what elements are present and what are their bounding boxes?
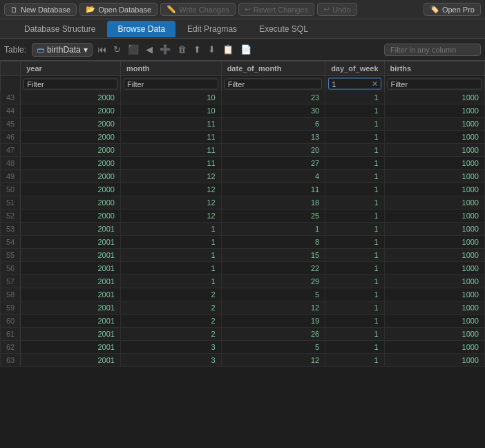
revert-changes-button[interactable]: ↩ Revert Changes (238, 3, 315, 16)
chevron-down-icon: ▾ (84, 45, 88, 55)
cell-date-of-month: 22 (221, 262, 325, 275)
col-day-of-week[interactable]: day_of_week (325, 62, 384, 76)
cell-month: 2 (120, 288, 221, 301)
table-selector[interactable]: 🗃 birthData ▾ (32, 43, 93, 57)
tab-edit-pragmas[interactable]: Edit Pragmas (177, 21, 247, 37)
cell-rownum: 51 (1, 196, 21, 209)
nav-prev-button[interactable]: ◀ (144, 43, 155, 56)
filter-month[interactable] (120, 76, 221, 91)
cell-month: 12 (120, 196, 221, 209)
cell-births: 1000 (384, 118, 484, 131)
cell-day-of-week: 1 (325, 118, 384, 131)
col-date-of-month[interactable]: date_of_month (221, 62, 325, 76)
tab-browse-data[interactable]: Browse Data (107, 21, 175, 37)
cell-births: 1000 (384, 341, 484, 354)
open-database-button[interactable]: 📂 Open Database (79, 3, 158, 16)
cell-date-of-month: 26 (221, 328, 325, 341)
tab-bar: Database Structure Browse Data Edit Prag… (0, 19, 485, 39)
nav-refresh-button[interactable]: ↻ (111, 43, 123, 56)
new-database-button[interactable]: 🗋 New Database (4, 3, 77, 16)
cell-year: 2000 (21, 209, 121, 223)
cell-year: 2000 (21, 91, 121, 104)
table-label: Table: (4, 45, 26, 55)
filter-births[interactable] (384, 76, 484, 91)
cell-rownum: 48 (1, 157, 21, 170)
table-row: 58 2001 2 5 1 1000 (1, 288, 485, 301)
copy-button[interactable]: 📋 (220, 43, 236, 56)
cell-rownum: 62 (1, 341, 21, 354)
cell-day-of-week: 1 (325, 183, 384, 196)
cell-year: 2001 (21, 223, 121, 236)
cell-month: 11 (120, 157, 221, 170)
cell-day-of-week: 1 (325, 262, 384, 275)
filter-day-of-week[interactable]: 1 ✕ (325, 76, 384, 91)
filter-dom-input[interactable] (225, 78, 322, 89)
col-month[interactable]: month (120, 62, 221, 76)
cell-day-of-week: 1 (325, 301, 384, 315)
cell-date-of-month: 8 (221, 236, 325, 249)
move-up-button[interactable]: ⬆ (191, 43, 203, 56)
cell-day-of-week: 1 (325, 223, 384, 236)
cell-rownum: 55 (1, 249, 21, 262)
cell-year: 2000 (21, 118, 121, 131)
cell-month: 3 (120, 354, 221, 367)
new-record-button[interactable]: ➕ (158, 43, 173, 56)
cell-day-of-week: 1 (325, 144, 384, 157)
table-row: 55 2001 1 15 1 1000 (1, 249, 485, 262)
table-row: 51 2000 12 18 1 1000 (1, 196, 485, 209)
cell-year: 2001 (21, 288, 121, 301)
filter-button[interactable]: ⬛ (126, 43, 141, 56)
cell-year: 2001 (21, 236, 121, 249)
open-pro-button[interactable]: 🏷️ Open Pro (424, 3, 481, 16)
filter-month-input[interactable] (124, 78, 218, 89)
cell-day-of-week: 1 (325, 288, 384, 301)
cell-date-of-month: 11 (221, 183, 325, 196)
write-changes-button[interactable]: ✏️ Write Changes (160, 3, 236, 16)
cell-year: 2000 (21, 196, 121, 209)
tab-execute-sql[interactable]: Execute SQL (249, 21, 318, 37)
tab-database-structure[interactable]: Database Structure (14, 21, 106, 37)
undo-button[interactable]: ↩ Undo (317, 3, 356, 16)
table-row: 47 2000 11 20 1 1000 (1, 144, 485, 157)
cell-births: 1000 (384, 104, 484, 118)
write-changes-icon: ✏️ (167, 5, 176, 14)
cell-date-of-month: 23 (221, 91, 325, 104)
filter-year-input[interactable] (23, 78, 117, 89)
cell-month: 10 (120, 91, 221, 104)
table-row: 48 2000 11 27 1 1000 (1, 157, 485, 170)
filter-births-input[interactable] (388, 78, 482, 89)
cell-day-of-week: 1 (325, 341, 384, 354)
column-filter-input[interactable] (384, 44, 481, 56)
top-toolbar: 🗋 New Database 📂 Open Database ✏️ Write … (0, 0, 485, 19)
cell-day-of-week: 1 (325, 157, 384, 170)
cell-month: 1 (120, 236, 221, 249)
cell-rownum: 49 (1, 170, 21, 183)
filter-year[interactable] (21, 76, 121, 91)
cell-day-of-week: 1 (325, 209, 384, 223)
cell-day-of-week: 1 (325, 196, 384, 209)
delete-record-button[interactable]: 🗑 (175, 43, 189, 56)
table-row: 61 2001 2 26 1 1000 (1, 328, 485, 341)
table-row: 50 2000 12 11 1 1000 (1, 183, 485, 196)
data-table-container[interactable]: year month date_of_month day_of_week bir… (0, 61, 485, 448)
cell-births: 1000 (384, 131, 484, 144)
col-births[interactable]: births (384, 62, 484, 76)
cell-rownum: 47 (1, 144, 21, 157)
filter-date-of-month[interactable] (221, 76, 325, 91)
cell-date-of-month: 12 (221, 354, 325, 367)
table-icon: 🗃 (37, 46, 44, 54)
move-down-button[interactable]: ⬇ (206, 43, 218, 56)
filter-dow-active[interactable]: 1 ✕ (328, 78, 381, 90)
close-icon[interactable]: ✕ (372, 80, 378, 88)
cell-births: 1000 (384, 301, 484, 315)
cell-year: 2000 (21, 183, 121, 196)
cell-month: 2 (120, 315, 221, 328)
cell-year: 2000 (21, 144, 121, 157)
cell-year: 2001 (21, 275, 121, 288)
cell-rownum: 59 (1, 301, 21, 315)
paste-button[interactable]: 📄 (238, 43, 254, 56)
cell-births: 1000 (384, 354, 484, 367)
col-year[interactable]: year (21, 62, 121, 76)
cell-year: 2000 (21, 104, 121, 118)
nav-first-button[interactable]: ⏮ (95, 43, 108, 56)
